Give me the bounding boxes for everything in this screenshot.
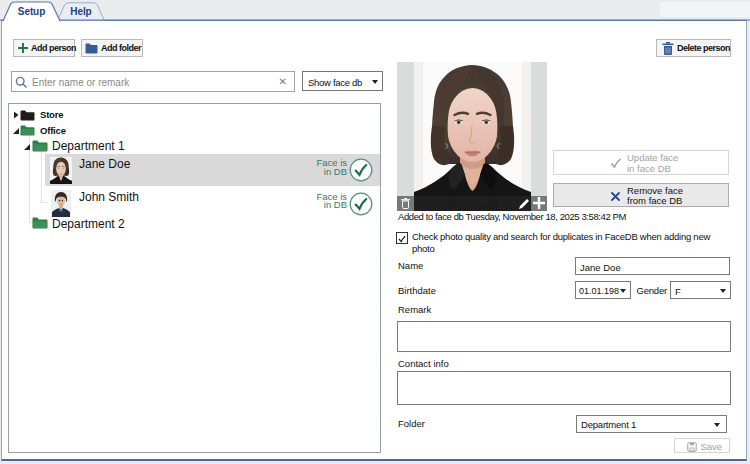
svg-text:Help: Help <box>70 6 91 17</box>
svg-text:Setup: Setup <box>18 6 45 17</box>
